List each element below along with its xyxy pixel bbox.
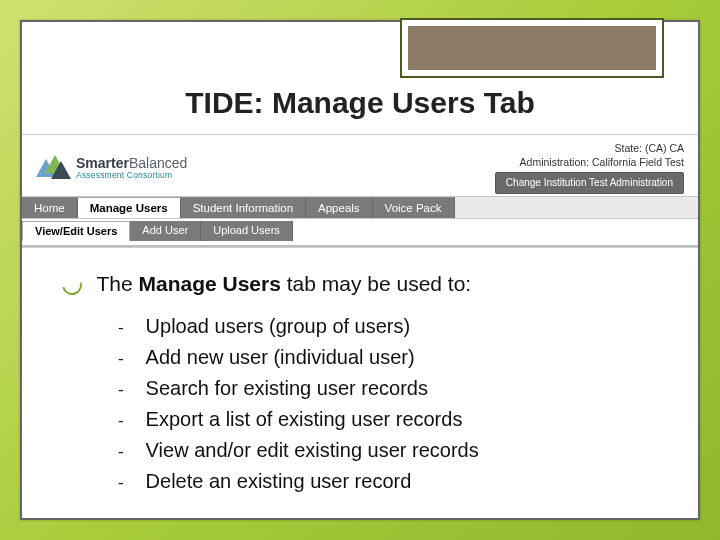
list-item-text: Delete an existing user record <box>146 466 412 497</box>
subtab-view-edit-users[interactable]: View/Edit Users <box>22 221 130 241</box>
logo-subtitle: Assessment Consortium <box>76 171 187 180</box>
list-item: -Search for existing user records <box>116 373 668 404</box>
intro-bold: Manage Users <box>138 272 280 295</box>
administration-label: Administration: <box>520 156 589 168</box>
app-screenshot: SmarterBalanced Assessment Consortium St… <box>22 134 698 248</box>
logo-word-2: Balanced <box>129 155 187 171</box>
list-item-text: Search for existing user records <box>146 373 428 404</box>
tab-home[interactable]: Home <box>22 197 78 218</box>
bullet-list: -Upload users (group of users)-Add new u… <box>116 311 668 497</box>
list-item-text: Add new user (individual user) <box>146 342 415 373</box>
list-item: -Delete an existing user record <box>116 466 668 497</box>
tab-student-information[interactable]: Student Information <box>181 197 306 218</box>
dash-bullet-icon: - <box>116 348 126 373</box>
list-item-text: Upload users (group of users) <box>146 311 411 342</box>
list-item: -Upload users (group of users) <box>116 311 668 342</box>
slide-title: TIDE: Manage Users Tab <box>22 86 698 120</box>
list-item-text: Export a list of existing user records <box>146 404 463 435</box>
tab-manage-users[interactable]: Manage Users <box>78 197 181 218</box>
list-item: -Add new user (individual user) <box>116 342 668 373</box>
logo: SmarterBalanced Assessment Consortium <box>36 141 187 194</box>
swirl-bullet-icon <box>58 271 85 298</box>
subtab-add-user[interactable]: Add User <box>130 221 201 241</box>
tab-voice-pack[interactable]: Voice Pack <box>373 197 455 218</box>
list-item: -Export a list of existing user records <box>116 404 668 435</box>
decor-corner-box <box>402 20 662 76</box>
dash-bullet-icon: - <box>116 472 126 497</box>
state-label: State: <box>615 142 642 154</box>
content: The Manage Users tab may be used to: -Up… <box>62 272 668 497</box>
intro-post: tab may be used to: <box>281 272 471 295</box>
list-item-text: View and/or edit existing user records <box>146 435 479 466</box>
intro-pre: The <box>96 272 138 295</box>
administration-value: California Field Test <box>592 156 684 168</box>
list-item: -View and/or edit existing user records <box>116 435 668 466</box>
dash-bullet-icon: - <box>116 379 126 404</box>
admin-info: State: (CA) CA Administration: Californi… <box>495 141 684 194</box>
change-institution-button[interactable]: Change Institution Test Administration <box>495 172 684 194</box>
logo-word-1: Smarter <box>76 155 129 171</box>
state-value: (CA) CA <box>645 142 684 154</box>
dash-bullet-icon: - <box>116 410 126 435</box>
logo-icon <box>36 153 70 181</box>
dash-bullet-icon: - <box>116 317 126 342</box>
subtab-upload-users[interactable]: Upload Users <box>201 221 293 241</box>
app-header: SmarterBalanced Assessment Consortium St… <box>22 135 698 196</box>
intro-text: The Manage Users tab may be used to: <box>96 272 471 295</box>
sub-tabs: View/Edit UsersAdd UserUpload Users <box>22 219 698 247</box>
tab-appeals[interactable]: Appeals <box>306 197 373 218</box>
main-tabs: HomeManage UsersStudent InformationAppea… <box>22 196 698 219</box>
slide: TIDE: Manage Users Tab SmarterBalanced A… <box>20 20 700 520</box>
dash-bullet-icon: - <box>116 441 126 466</box>
